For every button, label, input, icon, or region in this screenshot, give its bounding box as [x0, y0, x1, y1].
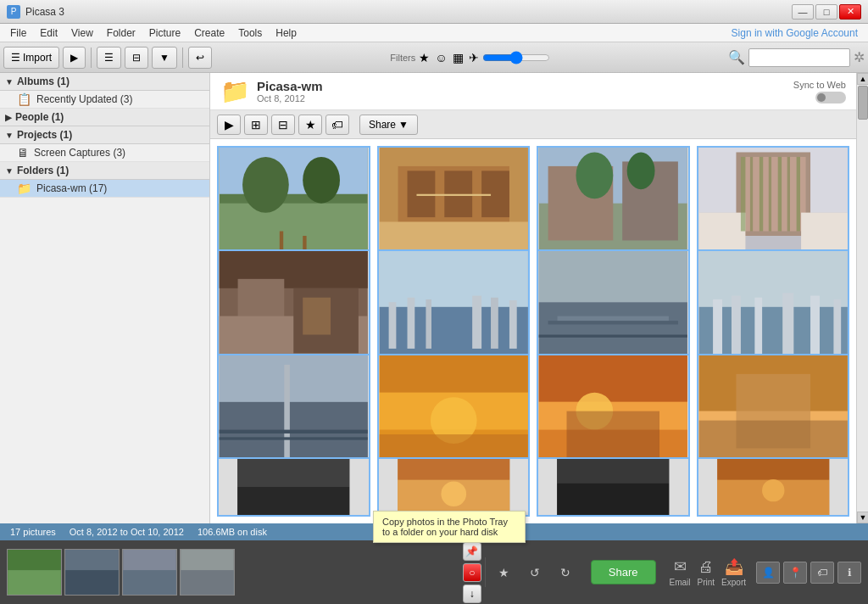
tray-pin-button[interactable]: 📌	[463, 542, 481, 561]
photo-thumb-2[interactable]	[377, 146, 531, 260]
import-view-toggle[interactable]: ☰ Import	[3, 47, 59, 69]
grid-view-button[interactable]: ⊞	[244, 115, 268, 135]
sync-to-web: Sync to Web	[793, 80, 846, 103]
bt-rotate-left-button[interactable]: ↺	[523, 562, 547, 584]
tray-down-button[interactable]: ↓	[463, 584, 481, 603]
photo-thumb-4[interactable]	[697, 146, 850, 260]
photo-thumb-10[interactable]	[377, 354, 531, 468]
menu-edit[interactable]: Edit	[33, 25, 64, 41]
play-button[interactable]: ▶	[217, 115, 241, 135]
refresh-icon[interactable]: ✲	[854, 49, 865, 65]
album-folder-icon: 📁	[220, 77, 250, 105]
share-button[interactable]: Share ▼	[359, 115, 418, 135]
filter-slider[interactable]	[482, 51, 550, 64]
svg-rect-71	[379, 355, 527, 393]
export-label: Export	[721, 578, 746, 587]
sidebar-section-folders: ▼ Folders (1) 📁 Picasa-wm (17)	[0, 162, 209, 198]
maximize-button[interactable]: □	[815, 4, 837, 20]
svg-rect-39	[303, 298, 331, 335]
sidebar-albums-header[interactable]: ▼ Albums (1)	[0, 73, 209, 91]
photo-thumb-8[interactable]	[697, 249, 850, 364]
photo-thumb-12[interactable]	[697, 354, 850, 468]
photo-thumb-6[interactable]	[377, 249, 531, 364]
sidebar-item-screen-captures[interactable]: 🖥 Screen Captures (3)	[0, 144, 209, 162]
tag-button[interactable]: 🏷	[326, 115, 349, 135]
sidebar-item-picasa-wm[interactable]: 📁 Picasa-wm (17)	[0, 180, 209, 198]
info-icon-btn[interactable]: ℹ	[837, 562, 861, 584]
list-view-btn[interactable]: ☰	[97, 47, 121, 69]
print-button[interactable]: 🖨 Print	[698, 558, 715, 587]
sidebar-folders-header[interactable]: ▼ Folders (1)	[0, 162, 209, 180]
pin-icon-btn[interactable]: 📍	[783, 562, 807, 584]
view-options-btn[interactable]: ▼	[152, 47, 177, 69]
photo-thumb-11[interactable]	[537, 354, 690, 468]
signin-link[interactable]: Sign in with Google Account	[732, 27, 865, 39]
tray-red-button[interactable]: ○	[463, 563, 481, 582]
menu-picture[interactable]: Picture	[142, 25, 187, 41]
folders-arrow-icon: ▼	[5, 166, 14, 176]
photo-thumb-15[interactable]	[537, 457, 690, 517]
sync-toggle[interactable]	[815, 92, 846, 103]
svg-rect-67	[284, 365, 290, 467]
svg-rect-108	[181, 570, 234, 595]
scroll-thumb[interactable]	[858, 86, 868, 120]
photo-thumb-7[interactable]	[537, 249, 690, 364]
star-button[interactable]: ★	[298, 115, 322, 135]
minimize-button[interactable]: —	[792, 4, 814, 20]
filter-grid-icon[interactable]: ▦	[453, 51, 464, 64]
filter-geo-icon[interactable]: ✈	[469, 51, 479, 64]
export-button[interactable]: 📤 Export	[721, 557, 746, 587]
bt-rotate-right-button[interactable]: ↻	[554, 562, 577, 584]
svg-rect-32	[787, 157, 789, 232]
menu-help[interactable]: Help	[269, 25, 303, 41]
search-area: 🔍	[728, 48, 850, 67]
share-green-button[interactable]: Share	[591, 560, 656, 584]
search-icon: 🔍	[728, 49, 745, 65]
photo-thumb-3[interactable]	[537, 146, 690, 260]
menu-file[interactable]: File	[3, 25, 33, 41]
screen-captures-icon: 🖥	[17, 146, 29, 159]
list-view-button[interactable]: ⊟	[271, 115, 295, 135]
photo-thumb-9[interactable]	[217, 354, 370, 468]
filter-star-icon[interactable]: ★	[419, 51, 430, 64]
tray-photo-2[interactable]	[64, 549, 120, 596]
tray-photo-4[interactable]	[180, 549, 235, 596]
photo-thumb-14[interactable]	[377, 457, 531, 517]
tag-icon-btn[interactable]: 🏷	[810, 562, 834, 584]
svg-rect-44	[407, 298, 415, 349]
right-scrollbar: ▲ ▼	[856, 73, 868, 523]
svg-rect-69	[220, 437, 368, 439]
people-arrow-icon: ▶	[5, 113, 12, 122]
close-button[interactable]: ✕	[839, 4, 861, 20]
photo-thumb-16[interactable]	[697, 457, 850, 517]
tray-photo-1[interactable]	[7, 549, 62, 596]
tooltip-text: Copy photos in the Photo Tray to a folde…	[382, 517, 508, 537]
view-toggle[interactable]: ▶	[63, 47, 86, 69]
search-input[interactable]	[748, 48, 850, 67]
photo-thumb-1[interactable]	[217, 146, 370, 260]
filter-person-icon[interactable]: ☺	[435, 51, 447, 64]
email-button[interactable]: ✉ Email	[670, 557, 691, 587]
photo-thumb-5[interactable]	[217, 249, 370, 364]
projects-arrow-icon: ▼	[5, 131, 14, 140]
menu-view[interactable]: View	[64, 25, 100, 41]
photo-thumb-13[interactable]	[217, 457, 370, 517]
scroll-up-arrow[interactable]: ▲	[857, 73, 868, 85]
sidebar-people-header[interactable]: ▶ People (1)	[0, 109, 209, 126]
menu-tools[interactable]: Tools	[231, 25, 269, 41]
sidebar-section-albums: ▼ Albums (1) 📋 Recently Updated (3)	[0, 73, 209, 109]
tray-photos	[7, 547, 459, 598]
svg-rect-46	[472, 296, 481, 349]
sidebar-projects-header[interactable]: ▼ Projects (1)	[0, 126, 209, 144]
scroll-down-arrow[interactable]: ▼	[857, 512, 868, 523]
svg-rect-61	[782, 294, 793, 355]
person-icon-btn[interactable]: 👤	[756, 562, 780, 584]
menu-create[interactable]: Create	[187, 25, 231, 41]
sidebar-item-recently-updated[interactable]: 📋 Recently Updated (3)	[0, 91, 209, 109]
svg-rect-63	[833, 299, 841, 355]
detail-view-btn[interactable]: ⊟	[125, 47, 148, 69]
tray-photo-3[interactable]	[122, 549, 177, 596]
back-btn[interactable]: ↩	[188, 47, 212, 69]
menu-folder[interactable]: Folder	[100, 25, 142, 41]
bt-star-button[interactable]: ★	[492, 562, 516, 584]
